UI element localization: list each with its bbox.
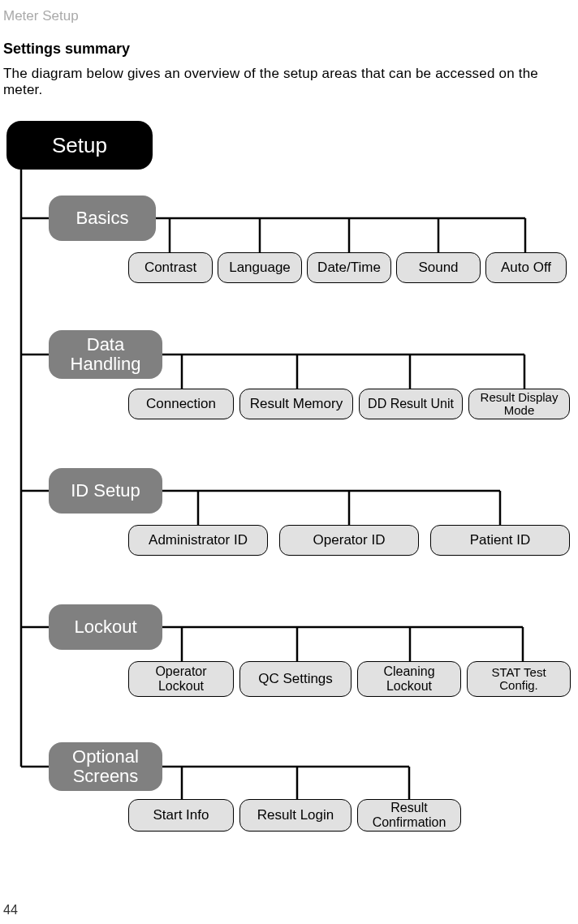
intro-text: The diagram below gives an overview of t… [3,66,578,98]
leaf-datetime: Date/Time [307,252,391,283]
leaf-dd-result-unit: DD Result Unit [359,389,463,419]
cat-id-setup: ID Setup [49,468,162,514]
page-header: Meter Setup [3,8,578,24]
leaf-result-login: Result Login [239,799,352,832]
leaf-stat-test-config: STAT Test Config. [467,661,571,697]
leaf-start-info: Start Info [128,799,234,832]
leaf-operator-lockout: Operator Lockout [128,661,234,697]
leaf-connection: Connection [128,389,234,419]
leaf-cleaning-lockout: Cleaning Lockout [357,661,461,697]
cat-basics: Basics [49,196,156,241]
leaf-admin-id: Administrator ID [128,525,268,556]
leaf-sound: Sound [396,252,481,283]
leaf-qc-settings: QC Settings [239,661,352,697]
root-setup: Setup [6,121,153,170]
leaf-autooff: Auto Off [485,252,567,283]
page-number: 44 [3,903,18,918]
cat-lockout: Lockout [49,604,162,650]
leaf-result-display-mode: Result Display Mode [468,389,570,419]
leaf-patient-id: Patient ID [430,525,570,556]
leaf-result-confirmation: Result Confirmation [357,799,461,832]
cat-optional-screens: Optional Screens [49,742,162,791]
section-title: Settings summary [3,41,578,58]
leaf-contrast: Contrast [128,252,213,283]
leaf-language: Language [218,252,302,283]
cat-data-handling: Data Handling [49,330,162,379]
leaf-operator-id: Operator ID [279,525,419,556]
setup-diagram: Setup Basics Contrast Language Date/Time… [3,121,575,859]
leaf-result-memory: Result Memory [239,389,353,419]
